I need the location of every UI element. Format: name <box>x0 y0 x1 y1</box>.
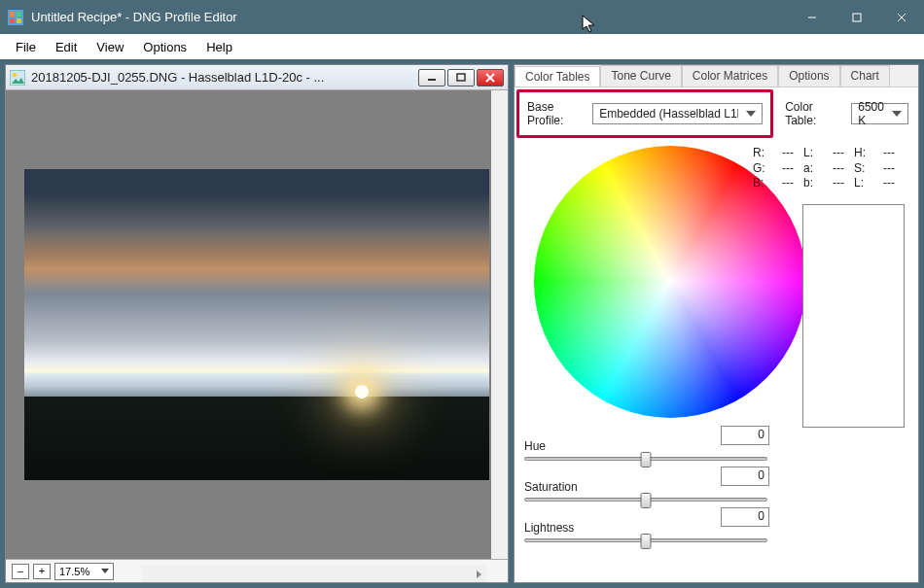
color-table-select[interactable]: 6500 K <box>851 103 908 124</box>
menu-edit[interactable]: Edit <box>46 37 87 57</box>
svg-rect-12 <box>457 74 465 81</box>
hue-slider-thumb[interactable] <box>641 452 652 467</box>
doc-close-button[interactable] <box>477 69 504 86</box>
window-controls <box>790 3 924 32</box>
preview-image <box>24 169 489 480</box>
window-title: Untitled Recipe* - DNG Profile Editor <box>31 10 790 24</box>
base-profile-value: Embedded (Hasselblad L1D-20 <box>599 107 738 121</box>
base-profile-highlight: Base Profile: Embedded (Hasselblad L1D-2… <box>516 89 773 138</box>
menu-file[interactable]: File <box>6 37 46 57</box>
workspace: 20181205-DJI_0255.DNG - Hasselblad L1D-2… <box>0 59 924 588</box>
zoom-select[interactable]: 17.5% <box>54 563 114 580</box>
scroll-right-icon[interactable] <box>470 566 486 582</box>
sun-highlight <box>355 385 369 398</box>
maximize-button[interactable] <box>835 3 879 32</box>
image-viewport[interactable] <box>6 90 508 559</box>
tab-tone-curve[interactable]: Tone Curve <box>600 65 681 86</box>
hue-value-input[interactable]: 0 <box>721 426 769 445</box>
close-button[interactable] <box>879 3 924 32</box>
swatch-list[interactable] <box>802 204 905 428</box>
tabs: Color Tables Tone Curve Color Matrices O… <box>515 65 918 86</box>
tab-chart[interactable]: Chart <box>840 65 890 86</box>
zoom-out-button[interactable]: – <box>12 564 29 579</box>
svg-rect-1 <box>10 12 15 17</box>
tab-color-matrices[interactable]: Color Matrices <box>682 65 778 86</box>
base-profile-select[interactable]: Embedded (Hasselblad L1D-20 <box>592 103 763 124</box>
properties-panel: Color Tables Tone Curve Color Matrices O… <box>514 64 919 583</box>
color-table-value: 6500 K <box>858 100 884 127</box>
lightness-slider-thumb[interactable] <box>641 534 652 549</box>
tab-options[interactable]: Options <box>778 65 839 86</box>
menu-options[interactable]: Options <box>133 37 196 57</box>
svg-rect-4 <box>17 18 21 23</box>
saturation-slider-thumb[interactable] <box>641 493 652 508</box>
svg-rect-6 <box>853 14 861 21</box>
app-icon <box>8 10 23 25</box>
saturation-slider[interactable] <box>524 498 767 502</box>
lightness-value-input[interactable]: 0 <box>721 507 769 527</box>
color-readout: R:---L:---H:--- G:---a:---S:--- B:---b:-… <box>753 146 905 191</box>
document-title: 20181205-DJI_0255.DNG - Hasselblad L1D-2… <box>31 70 416 85</box>
document-titlebar: 20181205-DJI_0255.DNG - Hasselblad L1D-2… <box>6 65 508 90</box>
svg-rect-3 <box>10 18 15 23</box>
document-icon <box>10 70 25 86</box>
saturation-label: Saturation <box>524 480 709 494</box>
vertical-scrollbar[interactable] <box>491 90 508 559</box>
color-table-label: Color Table: <box>785 100 845 127</box>
tab-color-tables[interactable]: Color Tables <box>515 66 600 87</box>
lightness-slider[interactable] <box>524 538 767 542</box>
menu-view[interactable]: View <box>87 37 133 57</box>
doc-minimize-button[interactable] <box>418 69 445 86</box>
minimize-button[interactable] <box>790 3 835 32</box>
viewport-footer: – + 17.5% <box>6 559 508 582</box>
base-profile-label: Base Profile: <box>527 100 586 127</box>
lightness-label: Lightness <box>524 521 709 535</box>
saturation-value-input[interactable]: 0 <box>721 467 769 486</box>
doc-maximize-button[interactable] <box>447 69 475 86</box>
image-panel: 20181205-DJI_0255.DNG - Hasselblad L1D-2… <box>5 64 509 583</box>
menu-help[interactable]: Help <box>196 37 242 57</box>
title-bar: Untitled Recipe* - DNG Profile Editor <box>0 0 924 34</box>
menu-bar: File Edit View Options Help <box>0 34 924 59</box>
hue-slider[interactable] <box>524 457 767 461</box>
color-tables-body: Base Profile: Embedded (Hasselblad L1D-2… <box>515 86 918 582</box>
hue-label: Hue <box>524 439 709 453</box>
zoom-value: 17.5% <box>59 566 89 577</box>
svg-point-10 <box>13 73 17 77</box>
zoom-in-button[interactable]: + <box>33 564 51 579</box>
horizontal-scrollbar[interactable] <box>142 566 486 582</box>
svg-rect-2 <box>17 12 21 17</box>
